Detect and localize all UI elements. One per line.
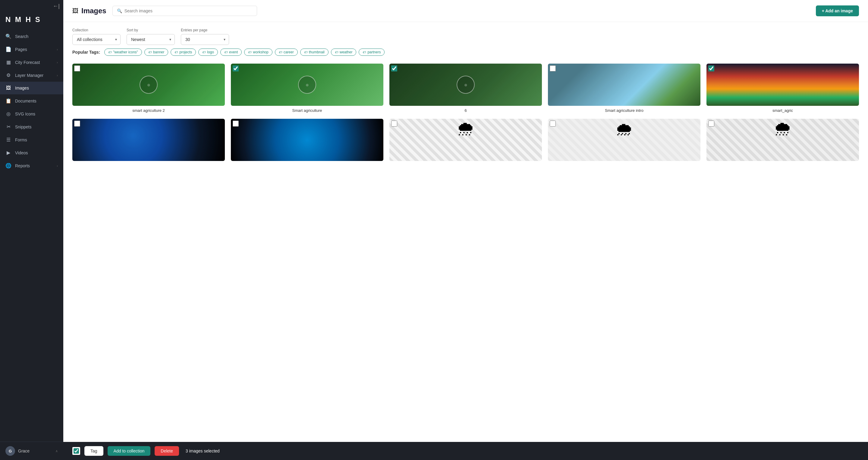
- tag-icon: 🏷: [304, 50, 307, 54]
- selected-count-text: 3 images selected: [186, 449, 220, 453]
- image-card: smart_agric: [707, 64, 859, 113]
- nav-arrow-city-forecast: ›: [57, 61, 58, 64]
- tag-banner[interactable]: 🏷banner: [144, 49, 168, 56]
- nav-label-search: Search: [15, 34, 58, 39]
- add-to-collection-button[interactable]: Add to collection: [107, 446, 151, 456]
- main-content: 🖼 Images 🔍 + Add an image Collection All…: [63, 0, 868, 460]
- tag-label: thumbnail: [309, 50, 324, 54]
- nav-icon-reports: 🌐: [5, 163, 11, 168]
- cloud-icon: 🌨: [707, 119, 859, 140]
- collection-select-wrap[interactable]: All collections Weather Agriculture Repo…: [72, 34, 121, 45]
- main-header: 🖼 Images 🔍 + Add an image: [63, 0, 868, 22]
- avatar: G: [5, 446, 15, 456]
- entries-label: Entries per page: [181, 28, 229, 32]
- sidebar-item-layer-manager[interactable]: ⚙ Layer Manager ›: [0, 69, 63, 82]
- nav-label-svg-icons: SVG Icons: [15, 112, 58, 116]
- sidebar-item-svg-icons[interactable]: ◎ SVG Icons: [0, 107, 63, 120]
- sidebar-item-documents[interactable]: 📋 Documents: [0, 94, 63, 107]
- tag-event[interactable]: 🏷event: [220, 49, 242, 56]
- card-overlay: ◎: [72, 64, 225, 106]
- image-name-img4: Smart agriculture intro: [548, 108, 701, 113]
- sidebar-item-snippets[interactable]: ✂ Snippets: [0, 120, 63, 133]
- sidebar-user-name: Grace: [18, 449, 53, 453]
- entries-select-wrap[interactable]: 10 20 30 50 100: [181, 34, 229, 45]
- nav-arrow-pages: ›: [57, 48, 58, 51]
- image-checkbox-img5[interactable]: [708, 65, 714, 71]
- tag-career[interactable]: 🏷career: [275, 49, 298, 56]
- nav-icon-pages: 📄: [5, 47, 11, 52]
- page-title: Images: [82, 7, 106, 15]
- tag-projects[interactable]: 🏷projects: [170, 49, 196, 56]
- sort-label: Sort by: [127, 28, 175, 32]
- image-checkbox-img10[interactable]: [708, 121, 714, 127]
- sidebar-item-reports[interactable]: 🌐 Reports ›: [0, 159, 63, 172]
- sidebar-footer-chevron-icon: ∧: [56, 449, 58, 453]
- sidebar-item-search[interactable]: 🔍 Search: [0, 30, 63, 43]
- image-thumbnail-img5: [707, 64, 859, 106]
- sort-select-wrap[interactable]: Newest Oldest Name A-Z Name Z-A: [127, 34, 175, 45]
- circle-badge: ◎: [457, 76, 475, 94]
- delete-button[interactable]: Delete: [155, 446, 179, 456]
- sidebar-collapse-button[interactable]: ←|: [0, 0, 63, 12]
- image-checkbox-img9[interactable]: [550, 121, 556, 127]
- images-grid: ◎ smart agriculture 2 ◎ Smart agricultur…: [63, 61, 868, 193]
- sort-select[interactable]: Newest Oldest Name A-Z Name Z-A: [127, 34, 175, 45]
- tag-icon: 🏷: [224, 50, 227, 54]
- image-thumbnail-img6: [72, 119, 225, 161]
- tag-partners[interactable]: 🏷partners: [359, 49, 384, 56]
- sidebar-item-forms[interactable]: ☰ Forms: [0, 133, 63, 146]
- tag-weather[interactable]: 🏷weather: [331, 49, 356, 56]
- nav-icon-search: 🔍: [5, 33, 11, 39]
- image-card: 🌨: [390, 119, 542, 163]
- bottom-checkbox-wrap[interactable]: [72, 447, 80, 455]
- tag-thumbnail[interactable]: 🏷thumbnail: [300, 49, 329, 56]
- card-overlay: ◎: [390, 64, 542, 106]
- images-page-icon: 🖼: [72, 7, 79, 14]
- image-checkbox-img6[interactable]: [74, 121, 80, 127]
- image-thumbnail-img10: 🌨: [707, 119, 859, 161]
- search-bar[interactable]: 🔍: [113, 6, 257, 16]
- image-checkbox-img3[interactable]: [391, 65, 397, 71]
- nav-arrow-layer-manager: ›: [57, 73, 58, 77]
- sidebar-item-images[interactable]: 🖼 Images: [0, 82, 63, 94]
- popular-tags-label: Popular Tags:: [72, 50, 100, 55]
- filters-section: Collection All collections Weather Agric…: [63, 22, 868, 49]
- nav-icon-layer-manager: ⚙: [5, 72, 11, 78]
- image-checkbox-img1[interactable]: [74, 65, 80, 71]
- image-thumbnail-img7: [231, 119, 383, 161]
- tag-label: banner: [153, 50, 164, 54]
- sidebar-footer[interactable]: G Grace ∧: [0, 441, 63, 460]
- tag-workshop[interactable]: 🏷workshop: [244, 49, 272, 56]
- sidebar-item-city-forecast[interactable]: ▦ City Forecast ›: [0, 56, 63, 69]
- nav-icon-forms: ☰: [5, 137, 11, 143]
- entries-select[interactable]: 10 20 30 50 100: [181, 34, 229, 45]
- tag-logo[interactable]: 🏷logo: [198, 49, 218, 56]
- cloud-icon: 🌧: [548, 119, 701, 140]
- tags-section: Popular Tags: 🏷"weather icons"🏷banner🏷pr…: [63, 49, 868, 61]
- sidebar-item-videos[interactable]: ▶ Videos: [0, 146, 63, 159]
- image-checkbox-img4[interactable]: [550, 65, 556, 71]
- tag-icon: 🏷: [279, 50, 282, 54]
- sidebar-item-pages[interactable]: 📄 Pages ›: [0, 43, 63, 56]
- sort-filter-group: Sort by Newest Oldest Name A-Z Name Z-A: [127, 28, 175, 45]
- tag-weather-icons[interactable]: 🏷"weather icons": [104, 49, 142, 56]
- nav-arrow-reports: ›: [57, 164, 58, 167]
- image-checkbox-img2[interactable]: [233, 65, 239, 71]
- collection-select[interactable]: All collections Weather Agriculture Repo…: [72, 34, 121, 45]
- add-image-button[interactable]: + Add an image: [816, 5, 859, 16]
- search-icon: 🔍: [117, 8, 122, 13]
- tag-label: logo: [207, 50, 214, 54]
- select-all-checkbox[interactable]: [73, 448, 79, 454]
- nav-label-reports: Reports: [15, 163, 53, 168]
- search-input[interactable]: [124, 8, 253, 13]
- image-checkbox-img8[interactable]: [391, 121, 397, 127]
- tag-icon: 🏷: [335, 50, 338, 54]
- tag-icon: 🏷: [108, 50, 112, 54]
- image-card: ◎ smart agriculture 2: [72, 64, 225, 113]
- tag-button[interactable]: Tag: [84, 446, 103, 456]
- nav-label-forms: Forms: [15, 137, 58, 142]
- image-card: ◎ Smart agriculture: [231, 64, 383, 113]
- image-checkbox-img7[interactable]: [233, 121, 239, 127]
- nav-label-snippets: Snippets: [15, 124, 58, 129]
- image-name-img2: Smart agriculture: [231, 108, 383, 113]
